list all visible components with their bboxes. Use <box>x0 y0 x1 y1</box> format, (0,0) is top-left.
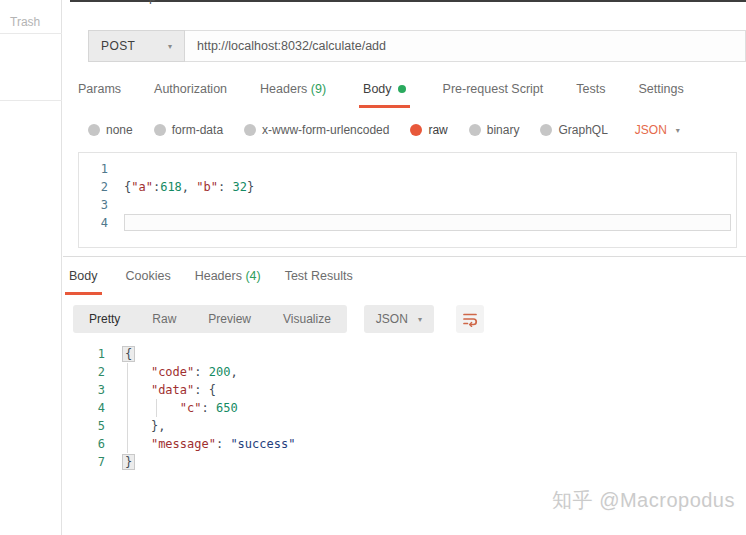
code-content[interactable] <box>124 214 731 231</box>
line-number: 4 <box>79 214 108 232</box>
line-number: 6 <box>65 435 105 453</box>
radio-icon <box>244 124 256 136</box>
body-mode-form-data[interactable]: form-data <box>154 123 223 137</box>
response-language-dropdown[interactable]: JSON ▾ <box>364 305 434 333</box>
token-key: "code" <box>151 365 194 379</box>
response-view-modes: PrettyRawPreviewVisualize <box>73 305 347 333</box>
tab-label: Test Results <box>285 269 353 283</box>
unsaved-changes-dot <box>398 85 406 93</box>
line-number: 5 <box>65 417 105 435</box>
tab-label: Pre-request Script <box>443 82 544 96</box>
indent-guide <box>156 399 157 417</box>
token-punct: { <box>209 383 216 397</box>
code-content[interactable] <box>124 196 736 214</box>
code-line: 2{"a":618, "b": 32} <box>79 178 736 196</box>
tab-label: Tests <box>576 82 605 96</box>
body-mode-x-www-form-urlencoded[interactable]: x-www-form-urlencoded <box>244 123 389 137</box>
indent-guide <box>127 363 128 453</box>
sidebar-item-trash[interactable]: Trash <box>10 15 40 29</box>
code-content: "code": 200, <box>122 363 238 381</box>
radio-icon <box>469 124 481 136</box>
token-num: 200 <box>209 365 231 379</box>
code-content: } <box>122 453 135 471</box>
code-line: 4 <box>79 214 736 232</box>
code-content: { <box>122 345 135 363</box>
token-punct: : <box>194 383 208 397</box>
response-body-viewer[interactable]: 1{2 "code": 200,3 "data": {4 "c": 6505 }… <box>65 345 725 471</box>
body-mode-label: none <box>106 123 133 137</box>
response-tab-body[interactable]: Body <box>65 269 102 295</box>
body-mode-binary[interactable]: binary <box>469 123 520 137</box>
request-tab-params[interactable]: Params <box>78 82 121 105</box>
sidebar-divider <box>0 33 62 34</box>
token-key: "data" <box>151 383 194 397</box>
body-mode-label: raw <box>428 123 447 137</box>
code-line: 1{ <box>65 345 725 363</box>
token-punct: : <box>218 180 232 194</box>
watermark: 知乎 @Macropodus <box>552 487 735 514</box>
request-tab-pre-request-script[interactable]: Pre-request Script <box>443 82 544 105</box>
body-mode-label: binary <box>487 123 520 137</box>
chevron-down-icon: ▾ <box>168 42 172 51</box>
token-str: "success" <box>230 437 295 451</box>
tab-label: Headers <box>195 269 242 283</box>
token-key: "c" <box>180 401 202 415</box>
line-number: 4 <box>65 399 105 417</box>
body-mode-raw[interactable]: raw <box>410 123 447 137</box>
code-line: 3 <box>79 196 736 214</box>
view-mode-raw[interactable]: Raw <box>136 305 192 333</box>
token-num: 650 <box>216 401 238 415</box>
code-line: 5 }, <box>65 417 725 435</box>
code-content[interactable] <box>124 160 736 178</box>
token-bracket: { <box>122 346 135 362</box>
body-mode-graphql[interactable]: GraphQL <box>540 123 607 137</box>
body-mode-none[interactable]: none <box>88 123 133 137</box>
response-language-label: JSON <box>376 312 408 326</box>
token-punct: : <box>201 401 215 415</box>
code-line: 4 "c": 650 <box>65 399 725 417</box>
wrap-text-button[interactable] <box>456 305 484 333</box>
wrap-text-icon <box>462 311 478 327</box>
line-number: 3 <box>79 196 108 214</box>
response-tab-headers[interactable]: Headers (4) <box>195 269 261 295</box>
code-content: "data": { <box>122 381 216 399</box>
request-tab-tests[interactable]: Tests <box>576 82 605 105</box>
tab-count: (9) <box>307 82 326 96</box>
code-line: 7} <box>65 453 725 471</box>
token-punct: : <box>194 365 208 379</box>
code-content: "message": "success" <box>122 435 295 453</box>
view-mode-pretty[interactable]: Pretty <box>73 305 136 333</box>
request-language-dropdown[interactable]: JSON ▾ <box>635 123 680 137</box>
response-tab-test-results[interactable]: Test Results <box>285 269 353 295</box>
token-punct: , <box>230 365 237 379</box>
line-number: 1 <box>65 345 105 363</box>
method-dropdown[interactable]: POST ▾ <box>88 30 185 62</box>
token-key: "message" <box>151 437 216 451</box>
postman-window: Trash p POST ▾ ParamsAuthorizationHeader… <box>0 0 746 535</box>
code-line: 1 <box>79 160 736 178</box>
url-input[interactable] <box>185 30 746 62</box>
cut-off-tab-text: p <box>149 0 163 5</box>
request-tab-headers[interactable]: Headers (9) <box>260 82 326 105</box>
request-tab-body[interactable]: Body <box>359 82 410 108</box>
code-content: }, <box>122 417 165 435</box>
request-tab-authorization[interactable]: Authorization <box>154 82 227 105</box>
request-tab-settings[interactable]: Settings <box>638 82 683 105</box>
code-content[interactable]: {"a":618, "b": 32} <box>124 178 736 196</box>
tab-label: Body <box>363 82 392 96</box>
body-mode-selector: noneform-datax-www-form-urlencodedrawbin… <box>88 120 680 140</box>
sidebar: Trash <box>0 0 62 535</box>
response-tab-cookies[interactable]: Cookies <box>126 269 171 295</box>
code-line: 6 "message": "success" <box>65 435 725 453</box>
tab-label: Headers <box>260 82 307 96</box>
tab-label: Body <box>69 269 98 283</box>
token-key: "b" <box>196 180 218 194</box>
view-mode-preview[interactable]: Preview <box>192 305 267 333</box>
body-mode-label: x-www-form-urlencoded <box>262 123 389 137</box>
token-punct: , <box>182 180 196 194</box>
request-tabs: ParamsAuthorizationHeaders (9)BodyPre-re… <box>78 82 684 108</box>
request-body-editor[interactable]: 12{"a":618, "b": 32}34 <box>78 152 737 248</box>
view-mode-visualize[interactable]: Visualize <box>267 305 347 333</box>
token-punct: }, <box>151 419 165 433</box>
chevron-down-icon: ▾ <box>418 315 422 324</box>
